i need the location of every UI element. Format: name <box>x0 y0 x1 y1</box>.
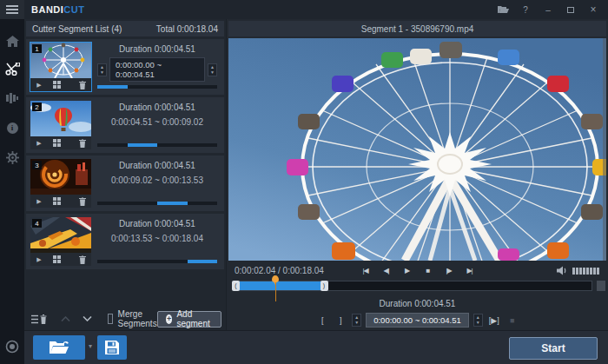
segment-grid-icon[interactable] <box>50 253 63 266</box>
set-start-bracket-button[interactable]: [ <box>315 314 329 328</box>
range-spinner-left[interactable]: ▲▼ <box>97 63 107 76</box>
segment-index-badge: 1 <box>32 44 42 53</box>
segment-play-icon[interactable]: ▶ <box>32 78 46 91</box>
stop-selection-button[interactable]: ■ <box>506 314 519 328</box>
minimize-button[interactable]: – <box>539 3 558 17</box>
segment-item-1[interactable]: 1 ▶ Duration 0:00:04.51 ▲▼ 0:00:00.00 ~ … <box>26 39 224 95</box>
delete-all-segments-icon[interactable] <box>31 314 47 324</box>
merge-segments-checkbox[interactable] <box>108 314 113 324</box>
add-segment-label: Add segment <box>176 309 213 328</box>
info-icon[interactable]: i <box>0 115 24 141</box>
segment-range-input[interactable]: 0:00:00.00 ~ 0:00:04.51 <box>109 57 205 82</box>
home-icon[interactable] <box>0 28 24 54</box>
move-up-icon[interactable] <box>61 316 70 321</box>
segment-trash-icon[interactable] <box>76 136 89 149</box>
segment-duration: Duration 0:00:04.51 <box>97 44 217 54</box>
range-time-input[interactable]: 0:00:00.00 ~ 0:00:04.51 <box>366 313 469 328</box>
segment-list-header: Cutter Segment List (4) Total 0:00:18.04 <box>26 21 224 36</box>
timeline-end-handle[interactable] <box>597 281 605 291</box>
segment-list-title: Cutter Segment List (4) <box>32 24 122 34</box>
merge-segments-label: Merge Segments <box>118 309 157 328</box>
settings-gear-icon[interactable] <box>0 144 24 170</box>
cut-tool-icon[interactable] <box>0 56 24 82</box>
segment-range: 0:00:09.02 ~ 0:00:13.53 <box>97 175 217 185</box>
segment-grid-icon[interactable] <box>50 136 63 149</box>
logo-bandi: BANDI <box>31 4 63 15</box>
playback-position: 0:00:02.04 / 0:00:18.04 <box>235 266 324 275</box>
volume-slider[interactable] <box>572 268 599 275</box>
segment-index-badge: 3 <box>32 161 42 169</box>
segment-position-bar <box>97 85 217 89</box>
stop-button[interactable]: ■ <box>420 265 436 277</box>
segment-duration: Duration 0:00:04.51 <box>97 161 217 170</box>
segment-list-toolbar: Merge Segments + Add segment <box>26 309 224 328</box>
previous-frame-button[interactable]: ◀| <box>379 265 394 277</box>
next-frame-button[interactable]: |▶ <box>441 265 457 277</box>
logo-cut: CUT <box>63 4 84 15</box>
save-project-button[interactable] <box>97 335 127 360</box>
segment-list-panel: Cutter Segment List (4) Total 0:00:18.04… <box>24 19 226 330</box>
selection-end-handle[interactable]: ) <box>321 281 328 291</box>
preview-scrollbar[interactable] <box>603 38 606 261</box>
move-down-icon[interactable] <box>83 316 92 321</box>
maximize-button[interactable] <box>561 3 580 17</box>
segment-trash-icon[interactable] <box>76 253 89 266</box>
segment-duration: Duration 0:00:04.51 <box>97 219 217 228</box>
segment-play-icon[interactable]: ▶ <box>32 195 46 208</box>
segment-grid-icon[interactable] <box>50 195 63 208</box>
segment-position-bar <box>97 143 217 147</box>
segment-thumbnail-block[interactable]: 1 ▶ <box>30 43 91 91</box>
segment-thumbnail-block[interactable]: 4 ▶ <box>30 217 91 266</box>
speaker-icon[interactable] <box>557 263 568 279</box>
segment-position-bar <box>97 202 217 205</box>
range-spinner-right[interactable]: ▲▼ <box>473 314 483 327</box>
selection-start-handle[interactable]: ( <box>232 281 240 291</box>
app-logo: BANDICUT <box>31 4 84 15</box>
bandicut-window: BANDICUT ? – × i <box>0 0 608 364</box>
start-button[interactable]: Start <box>509 337 598 360</box>
play-button[interactable]: ▶ <box>400 265 415 277</box>
player-panel: Segment 1 - 350896790.mp4 <box>227 19 608 330</box>
segment-play-icon[interactable]: ▶ <box>32 253 46 266</box>
segment-thumbnail-block[interactable]: 3 ▶ <box>30 159 91 208</box>
segment-list-total: Total 0:00:18.04 <box>156 24 218 34</box>
segment-index-badge: 2 <box>32 103 42 111</box>
set-end-bracket-button[interactable]: ] <box>334 314 347 328</box>
previous-segment-button[interactable]: |◀ <box>358 265 373 277</box>
open-file-icon[interactable] <box>493 3 512 17</box>
segment-item-4[interactable]: 4 ▶ Duration 0:00:04.51 0:00:13.53 ~ 0:0… <box>26 214 224 269</box>
segment-thumbnail-block[interactable]: 2 ▶ <box>30 101 91 149</box>
segment-grid-icon[interactable] <box>50 78 63 91</box>
timeline-track[interactable]: ( ) <box>235 281 592 291</box>
segment-item-3[interactable]: 3 ▶ Duration 0:00:04.51 0:00:09.02 ~ 0:0… <box>26 156 224 211</box>
selection-duration-label: Duration 0:00:04.51 <box>227 299 608 308</box>
next-segment-button[interactable]: ▶| <box>462 265 478 277</box>
help-button[interactable]: ? <box>516 3 535 17</box>
segment-index-badge: 4 <box>32 219 42 228</box>
plus-icon: + <box>166 314 173 324</box>
menu-icon[interactable] <box>0 0 24 19</box>
segment-trash-icon[interactable] <box>76 195 89 208</box>
add-segment-button[interactable]: + Add segment <box>157 311 221 328</box>
range-spinner-right[interactable]: ▲▼ <box>208 63 217 76</box>
open-dropdown-icon[interactable]: ▾ <box>89 342 92 350</box>
range-spinner-left[interactable]: ▲▼ <box>352 314 361 327</box>
play-selection-button[interactable]: [▶] <box>487 314 501 328</box>
video-preview[interactable] <box>228 38 606 261</box>
segment-play-icon[interactable]: ▶ <box>32 136 46 149</box>
open-file-button[interactable] <box>33 335 85 360</box>
range-controls: [ ] ▲▼ 0:00:00.00 ~ 0:00:04.51 ▲▼ [▶] ■ <box>227 313 608 328</box>
segment-item-2[interactable]: 2 ▶ Duration 0:00:04.51 0:00:04.51 ~ 0:0… <box>26 97 224 153</box>
player-title: Segment 1 - 350896790.mp4 <box>228 21 606 36</box>
segment-position-bar <box>97 260 217 263</box>
close-button[interactable]: × <box>584 3 603 17</box>
bandicam-target-icon[interactable] <box>0 340 24 354</box>
join-tool-icon[interactable] <box>0 85 24 111</box>
title-bar: BANDICUT ? – × <box>24 0 608 19</box>
segment-duration: Duration 0:00:04.51 <box>97 103 217 112</box>
transport-bar: 0:00:02.04 / 0:00:18.04 |◀ ◀| ▶ ■ |▶ ▶| <box>228 263 606 278</box>
segment-trash-icon[interactable] <box>76 78 89 91</box>
bottom-bar: ▾ Start <box>24 330 608 364</box>
timeline-selection[interactable] <box>235 281 325 290</box>
nav-sidebar: i <box>0 0 24 364</box>
